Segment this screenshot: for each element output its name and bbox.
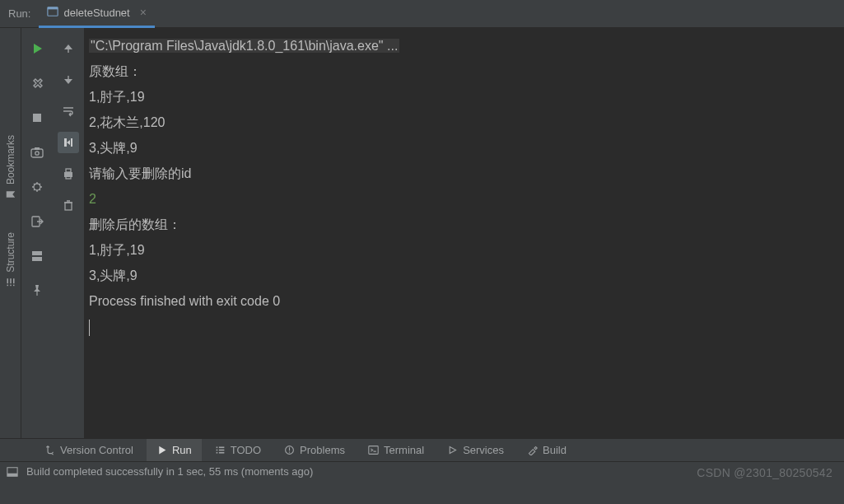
output-line: 3,头牌,9 (89, 135, 839, 161)
debugger-button[interactable] (26, 176, 48, 198)
services-tab[interactable]: Services (437, 439, 514, 462)
run-side-toolbar (21, 28, 53, 438)
pin-button[interactable] (26, 280, 48, 301)
run-tab[interactable]: Run (147, 439, 202, 462)
svg-rect-18 (68, 76, 68, 80)
svg-rect-21 (66, 169, 71, 172)
tool-windows-icon[interactable] (7, 466, 18, 478)
svg-point-10 (35, 152, 39, 155)
svg-rect-16 (36, 291, 37, 296)
services-label: Services (463, 444, 504, 456)
stop-button[interactable] (26, 107, 48, 128)
svg-rect-11 (35, 147, 40, 150)
left-tool-rail: Bookmarks Structure (0, 28, 21, 438)
close-tab-icon[interactable]: × (140, 6, 147, 19)
svg-rect-23 (65, 203, 72, 210)
soft-wrap-button[interactable] (58, 100, 79, 122)
scroll-up-button[interactable] (58, 38, 79, 59)
svg-rect-3 (7, 278, 8, 283)
svg-rect-7 (13, 278, 15, 283)
run-config-tab[interactable]: deleteStudnet × (39, 0, 154, 28)
bookmarks-tool[interactable]: Bookmarks (5, 135, 16, 199)
bookmarks-label: Bookmarks (5, 135, 16, 184)
svg-rect-1 (48, 7, 58, 9)
console-toolbar (53, 28, 84, 438)
clear-all-button[interactable] (58, 194, 79, 216)
output-line: 1,肘子,19 (89, 237, 839, 263)
svg-rect-6 (13, 285, 15, 287)
run-config-tab-label: deleteStudnet (63, 7, 129, 19)
output-line: 3,头牌,9 (89, 263, 839, 288)
svg-rect-17 (68, 49, 68, 53)
output-line: 删除后的数组： (89, 212, 839, 237)
svg-rect-15 (32, 257, 42, 261)
svg-rect-29 (219, 452, 225, 454)
status-message: Build completed successfully in 1 sec, 5… (26, 465, 313, 478)
capture-button[interactable] (26, 142, 48, 163)
structure-tool[interactable]: Structure (5, 232, 16, 287)
text-caret (89, 320, 90, 336)
layout-button[interactable] (26, 245, 48, 267)
build-label: Build (543, 444, 567, 456)
application-icon (47, 6, 58, 20)
svg-rect-31 (289, 447, 290, 450)
scroll-to-end-button[interactable] (58, 132, 79, 153)
console-output[interactable]: "C:\Program Files\Java\jdk1.8.0_161\bin\… (84, 28, 844, 438)
output-line: Process finished with exit code 0 (89, 288, 839, 314)
user-input-line: 2 (89, 186, 839, 212)
run-panel-title: Run: (8, 7, 30, 20)
vcs-label: Version Control (60, 444, 133, 456)
svg-rect-25 (219, 446, 225, 448)
exit-button[interactable] (26, 211, 48, 232)
run-label: Run (172, 444, 192, 456)
csdn-watermark: CSDN @2301_80250542 (697, 466, 832, 479)
svg-rect-28 (216, 452, 217, 454)
svg-rect-4 (10, 285, 12, 287)
todo-tab[interactable]: TODO (205, 439, 271, 462)
svg-rect-5 (10, 278, 12, 283)
rerun-button[interactable] (26, 38, 48, 59)
print-button[interactable] (58, 163, 79, 184)
problems-label: Problems (300, 444, 345, 456)
output-line: 1,肘子,19 (89, 84, 839, 110)
svg-rect-35 (7, 473, 17, 476)
svg-rect-9 (31, 149, 43, 157)
terminal-label: Terminal (384, 444, 424, 456)
configure-button[interactable] (26, 72, 48, 94)
output-line: 原数组： (89, 58, 839, 84)
bottom-tool-tabs: Version Control Run TODO Problems Termin… (0, 438, 844, 461)
command-line: "C:\Program Files\Java\jdk1.8.0_161\bin\… (89, 39, 399, 53)
svg-rect-24 (216, 446, 217, 448)
terminal-tab[interactable]: Terminal (358, 439, 434, 462)
structure-label: Structure (5, 232, 16, 273)
svg-rect-14 (32, 251, 42, 255)
svg-rect-2 (7, 285, 8, 287)
svg-rect-27 (219, 450, 225, 451)
build-tab[interactable]: Build (517, 439, 576, 462)
svg-rect-19 (71, 138, 72, 147)
svg-rect-32 (289, 452, 290, 453)
output-line: 2,花木兰,120 (89, 110, 839, 135)
svg-rect-26 (216, 450, 217, 451)
version-control-tab[interactable]: Version Control (35, 439, 143, 462)
output-line: 请输入要删除的id (89, 161, 839, 186)
todo-label: TODO (231, 444, 261, 456)
problems-tab[interactable]: Problems (274, 439, 355, 462)
scroll-down-button[interactable] (58, 69, 79, 91)
svg-rect-8 (33, 114, 41, 122)
